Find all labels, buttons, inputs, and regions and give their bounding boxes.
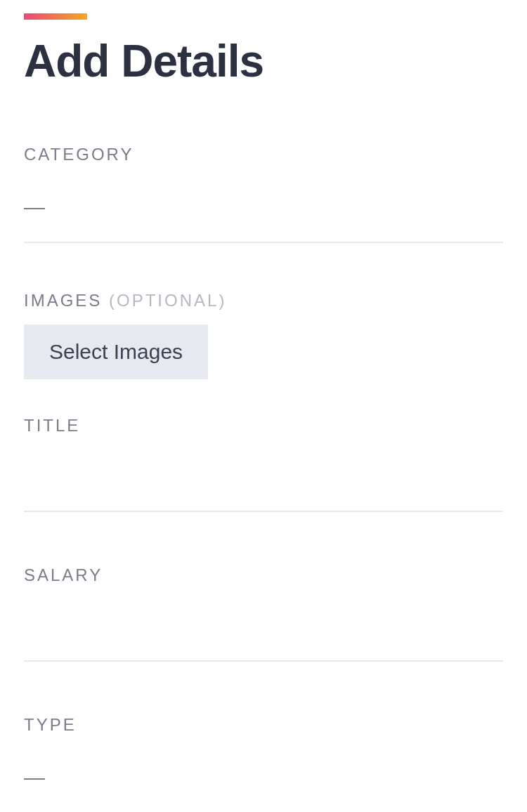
title-input[interactable] bbox=[24, 466, 503, 488]
category-field: CATEGORY — bbox=[24, 145, 503, 243]
salary-input-wrapper bbox=[24, 616, 503, 662]
images-optional-label: (OPTIONAL) bbox=[109, 291, 226, 310]
title-field: TITLE bbox=[24, 416, 503, 512]
category-label: CATEGORY bbox=[24, 145, 503, 164]
type-field: TYPE — bbox=[24, 715, 503, 812]
form-container: Add Details CATEGORY — IMAGES (OPTIONAL)… bbox=[0, 13, 527, 812]
images-label: IMAGES (OPTIONAL) bbox=[24, 291, 503, 310]
type-label: TYPE bbox=[24, 715, 503, 735]
page-title: Add Details bbox=[24, 35, 503, 87]
title-label: TITLE bbox=[24, 416, 503, 436]
category-select[interactable]: — bbox=[24, 195, 503, 243]
images-label-text: IMAGES bbox=[24, 291, 102, 310]
type-placeholder: — bbox=[24, 766, 42, 789]
accent-bar bbox=[24, 13, 87, 20]
salary-input[interactable] bbox=[24, 616, 503, 638]
images-field: IMAGES (OPTIONAL) Select Images bbox=[24, 291, 503, 379]
type-select[interactable]: — bbox=[24, 766, 503, 812]
category-placeholder: — bbox=[24, 195, 42, 218]
salary-label: SALARY bbox=[24, 565, 503, 585]
title-input-wrapper bbox=[24, 466, 503, 512]
select-images-button[interactable]: Select Images bbox=[24, 325, 208, 379]
salary-field: SALARY bbox=[24, 565, 503, 662]
